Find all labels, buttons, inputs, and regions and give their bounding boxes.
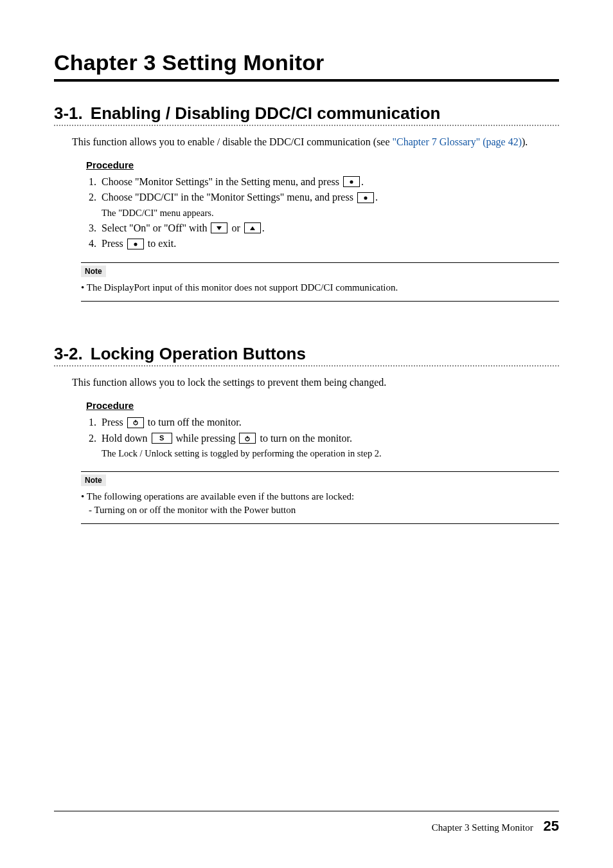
- step-text: while pressing: [173, 433, 238, 444]
- step-text: .: [262, 222, 265, 233]
- s-button-icon: S: [152, 433, 172, 444]
- step-3-1-1: Choose "Monitor Settings" in the Setting…: [99, 174, 559, 190]
- note-label: Note: [81, 475, 106, 486]
- svg-point-1: [364, 196, 367, 199]
- down-arrow-icon: [211, 222, 227, 233]
- step-3-1-2: Choose "DDC/CI" in the "Monitor Settings…: [99, 190, 559, 220]
- enter-icon: [357, 192, 374, 203]
- step-subtext: The "DDC/CI" menu appears.: [102, 206, 559, 220]
- section-3-2-title: Locking Operation Buttons: [91, 344, 306, 364]
- svg-point-0: [350, 180, 353, 183]
- note-body: • The following operations are available…: [81, 490, 559, 517]
- step-text: .: [375, 192, 378, 203]
- step-3-1-3: Select "On" or "Off" with or .: [99, 221, 559, 237]
- step-text: or: [229, 222, 242, 233]
- svg-point-4: [134, 242, 137, 246]
- page: Chapter 3 Setting Monitor 3-1. Enabling …: [0, 0, 613, 868]
- step-text: to turn off the monitor.: [145, 417, 242, 428]
- step-text: Choose "DDC/CI" in the "Monitor Settings…: [102, 192, 356, 203]
- step-3-1-4: Press to exit.: [99, 236, 559, 252]
- note-subline: - Turning on or off the monitor with the…: [89, 503, 559, 517]
- step-text: to exit.: [145, 238, 176, 249]
- section-3-2-intro: This function allows you to lock the set…: [72, 375, 559, 390]
- intro-text-post: ).: [522, 136, 528, 147]
- step-text: Choose "Monitor Settings" in the Setting…: [102, 176, 342, 187]
- chapter-title: Chapter 3 Setting Monitor: [54, 50, 559, 82]
- step-text: .: [361, 176, 364, 187]
- procedure-list-3-1: Choose "Monitor Settings" in the Setting…: [86, 174, 559, 253]
- note-body: • The DisplayPort input of this monitor …: [81, 281, 559, 294]
- section-3-2-heading: 3-2. Locking Operation Buttons: [54, 344, 559, 366]
- section-3-1-number: 3-1.: [54, 104, 83, 123]
- power-icon: [239, 433, 256, 444]
- step-text: Press: [102, 238, 126, 249]
- svg-marker-2: [217, 226, 222, 230]
- intro-text-pre: This function allows you to enable / dis…: [72, 136, 393, 147]
- step-text: to turn on the monitor.: [257, 433, 352, 444]
- note-label: Note: [81, 266, 106, 277]
- procedure-heading-3-1: Procedure: [86, 159, 559, 170]
- svg-marker-3: [250, 226, 255, 230]
- procedure-list-3-2: Press to turn off the monitor. Hold down…: [86, 415, 559, 461]
- enter-icon: [127, 239, 144, 249]
- footer-chapter-label: Chapter 3 Setting Monitor: [432, 822, 533, 833]
- note-block-3-1: Note • The DisplayPort input of this mon…: [81, 262, 559, 302]
- step-text: Select "On" or "Off" with: [102, 222, 209, 233]
- step-text: Hold down: [102, 433, 150, 444]
- step-text: Press: [102, 417, 126, 428]
- up-arrow-icon: [244, 222, 261, 233]
- section-3-1-heading: 3-1. Enabling / Disabling DDC/CI communi…: [54, 104, 559, 126]
- step-3-2-2: Hold down S while pressing to turn on th…: [99, 431, 559, 461]
- spacer: [54, 302, 559, 330]
- step-3-2-1: Press to turn off the monitor.: [99, 415, 559, 431]
- page-footer: Chapter 3 Setting Monitor 25: [54, 811, 559, 835]
- procedure-heading-3-2: Procedure: [86, 400, 559, 411]
- section-3-2-number: 3-2.: [54, 344, 83, 364]
- enter-icon: [343, 176, 360, 187]
- page-number: 25: [544, 818, 559, 834]
- section-3-1-intro: This function allows you to enable / dis…: [72, 135, 559, 149]
- section-3-1-title: Enabling / Disabling DDC/CI communicatio…: [91, 104, 441, 123]
- note-block-3-2: Note • The following operations are avai…: [81, 471, 559, 524]
- glossary-link[interactable]: "Chapter 7 Glossary" (page 42): [393, 136, 522, 147]
- power-icon: [127, 417, 144, 428]
- step-subtext: The Lock / Unlock setting is toggled by …: [102, 446, 559, 460]
- note-line: • The following operations are available…: [81, 491, 354, 502]
